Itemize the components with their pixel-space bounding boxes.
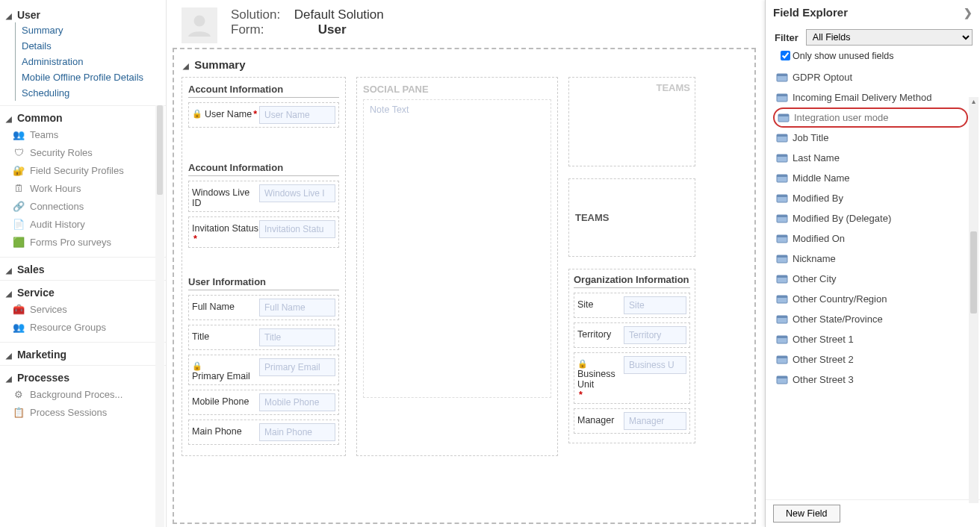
nav-forms-pro[interactable]: 🟩Forms Pro surveys <box>9 233 166 251</box>
sales-header[interactable]: ◢ Sales <box>0 261 166 277</box>
org-info-title: Organization Information <box>574 274 690 288</box>
filter-select[interactable]: All Fields <box>806 29 973 46</box>
collapse-caret-icon: ◢ <box>183 62 189 70</box>
field-item[interactable]: Other Country/Region <box>773 289 968 309</box>
field-icon <box>776 355 788 365</box>
field-item[interactable]: Last Name <box>773 148 968 168</box>
field-item[interactable]: Other Street 2 <box>773 349 968 369</box>
manager-input[interactable]: Manager <box>624 412 686 430</box>
subnav-details[interactable]: Details <box>16 38 166 54</box>
subnav-mobile-offline[interactable]: Mobile Offline Profile Details <box>16 69 166 85</box>
field-mobile-phone[interactable]: Mobile Phone Mobile Phone <box>188 390 339 415</box>
connections-icon: 🔗 <box>12 200 25 212</box>
field-item[interactable]: Other City <box>773 269 968 289</box>
nav-teams[interactable]: 👥Teams <box>9 125 166 143</box>
leftnav-scrollbar[interactable] <box>155 105 164 527</box>
business-unit-input[interactable]: Business U <box>624 356 686 374</box>
main-phone-input[interactable]: Main Phone <box>259 423 335 441</box>
summary-column-2[interactable]: SOCIAL PANE Note Text <box>356 77 558 456</box>
title-input[interactable]: Title <box>259 328 335 346</box>
svg-rect-6 <box>778 114 789 116</box>
lock-icon: 🔒 <box>192 361 202 371</box>
field-full-name[interactable]: Full Name Full Name <box>188 295 339 320</box>
social-pane-title: SOCIAL PANE <box>363 84 551 95</box>
new-field-button[interactable]: New Field <box>773 505 840 523</box>
explorer-scrollbar[interactable]: ▴ <box>969 97 979 503</box>
nav-resource-groups[interactable]: 👥Resource Groups <box>9 318 166 336</box>
invitation-status-input[interactable]: Invitation Statu <box>259 220 335 238</box>
entity-subnav: Summary Details Administration Mobile Of… <box>0 22 166 101</box>
field-main-phone[interactable]: Main Phone Main Phone <box>188 420 339 445</box>
nav-bg-processes[interactable]: ⚙Background Proces... <box>9 385 166 403</box>
field-primary-email[interactable]: 🔒Primary Email Primary Email <box>188 355 339 385</box>
field-item[interactable]: Integration user mode <box>773 107 968 128</box>
section-summary-header[interactable]: ◢ Summary <box>183 58 747 71</box>
common-header[interactable]: ◢ Common <box>0 109 166 125</box>
field-item[interactable]: Nickname <box>773 249 968 269</box>
field-item[interactable]: Incoming Email Delivery Method <box>773 87 968 107</box>
teams-header-text: TEAMS <box>657 82 691 93</box>
teams-label: TEAMS <box>575 212 610 223</box>
processes-header[interactable]: ◢ Processes <box>0 369 166 385</box>
field-invitation-status[interactable]: Invitation Status* Invitation Statu <box>188 216 339 248</box>
field-territory[interactable]: Territory Territory <box>574 322 690 348</box>
collapse-panel-icon[interactable]: ❯ <box>964 7 973 19</box>
full-name-input[interactable]: Full Name <box>259 299 335 316</box>
service-header[interactable]: ◢ Service <box>0 284 166 300</box>
field-manager[interactable]: Manager Manager <box>574 408 690 434</box>
summary-column-3[interactable]: TEAMS TEAMS Organization Information Sit… <box>568 77 695 456</box>
unused-fields-checkbox[interactable] <box>781 51 790 60</box>
field-item[interactable]: Other Street 1 <box>773 329 968 349</box>
mobile-phone-input[interactable]: Mobile Phone <box>259 393 335 411</box>
field-site[interactable]: Site Site <box>574 293 690 318</box>
field-item[interactable]: Middle Name <box>773 168 968 188</box>
nav-audit-history[interactable]: 📄Audit History <box>9 215 166 233</box>
notes-textarea[interactable]: Note Text <box>363 99 551 398</box>
nav-work-hours[interactable]: 🗓Work Hours <box>9 179 166 197</box>
field-item[interactable]: Modified By <box>773 188 968 208</box>
svg-rect-22 <box>777 275 787 278</box>
nav-security-roles[interactable]: 🛡Security Roles <box>9 143 166 161</box>
nav-process-sessions[interactable]: 📋Process Sessions <box>9 403 166 421</box>
subnav-administration[interactable]: Administration <box>16 54 166 69</box>
field-item[interactable]: Modified On <box>773 228 968 249</box>
field-icon <box>776 314 788 325</box>
collapse-caret-icon: ◢ <box>6 352 12 360</box>
solution-name: Default Solution <box>294 7 384 22</box>
nav-field-security[interactable]: 🔐Field Security Profiles <box>9 161 166 179</box>
field-icon <box>776 334 788 345</box>
site-input[interactable]: Site <box>624 296 686 314</box>
field-item[interactable]: GDPR Optout <box>773 67 968 87</box>
teams-subgrid[interactable]: TEAMS <box>568 178 695 257</box>
collapse-caret-icon: ◢ <box>6 375 12 383</box>
field-item[interactable]: Other Street 3 <box>773 369 968 390</box>
nav-connections[interactable]: 🔗Connections <box>9 197 166 215</box>
org-info-block[interactable]: Organization Information Site Site Terri… <box>568 269 695 443</box>
processes-title: Processes <box>17 372 69 384</box>
entity-nav-header[interactable]: ◢ User <box>0 6 166 22</box>
field-windows-live-id[interactable]: Windows Live ID Windows Live I <box>188 181 339 212</box>
scroll-up-icon[interactable]: ▴ <box>969 97 979 107</box>
subnav-scheduling[interactable]: Scheduling <box>16 85 166 101</box>
primary-email-input[interactable]: Primary Email <box>259 358 335 376</box>
field-business-unit[interactable]: 🔒Business Unit* Business U <box>574 352 690 404</box>
teams-header-block[interactable]: TEAMS <box>568 77 695 166</box>
account-info-title: Account Information <box>188 84 339 98</box>
nav-services[interactable]: 🧰Services <box>9 300 166 318</box>
field-icon <box>776 274 788 284</box>
summary-column-1[interactable]: Account Information 🔒 User Name* User Na… <box>182 77 346 456</box>
user-name-input[interactable]: User Name <box>259 106 335 124</box>
field-item[interactable]: Modified By (Delegate) <box>773 208 968 228</box>
field-icon <box>776 93 788 103</box>
field-item[interactable]: Other State/Province <box>773 309 968 329</box>
windows-live-input[interactable]: Windows Live I <box>259 184 335 202</box>
subnav-summary[interactable]: Summary <box>16 22 166 38</box>
territory-input[interactable]: Territory <box>624 326 686 344</box>
field-user-name[interactable]: 🔒 User Name* User Name <box>188 102 339 128</box>
marketing-header[interactable]: ◢ Marketing <box>0 346 166 362</box>
form-canvas[interactable]: ◢ Summary Account Information 🔒 User Nam… <box>173 48 756 524</box>
field-title[interactable]: Title Title <box>188 325 339 350</box>
field-item[interactable]: Job Title <box>773 128 968 148</box>
svg-rect-28 <box>777 336 787 338</box>
field-list[interactable]: GDPR OptoutIncoming Email Delivery Metho… <box>773 67 968 498</box>
